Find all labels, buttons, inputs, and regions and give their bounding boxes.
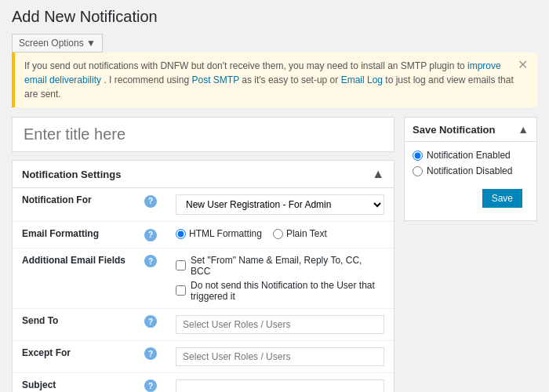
info-cell: ? bbox=[135, 248, 166, 308]
notice-text-after: as it's easy to set-up or bbox=[242, 74, 340, 85]
info-cell: ? bbox=[135, 188, 166, 222]
radio-enabled-input[interactable] bbox=[413, 151, 423, 161]
label-email-formatting: Email Formatting bbox=[13, 222, 135, 249]
value-additional-fields: Set "From" Name & Email, Reply To, CC, B… bbox=[166, 248, 394, 308]
info-cell: ? bbox=[135, 372, 166, 392]
value-except-for bbox=[166, 340, 394, 372]
radio-plain-input[interactable] bbox=[273, 229, 283, 239]
info-icon-send-to[interactable]: ? bbox=[144, 315, 157, 328]
info-icon-subject[interactable]: ? bbox=[144, 379, 157, 392]
notice-link-postsmtp[interactable]: Post SMTP bbox=[191, 74, 238, 85]
radio-disabled-input[interactable] bbox=[413, 166, 423, 176]
notice-close-icon[interactable]: ✕ bbox=[518, 59, 528, 71]
info-cell: ? bbox=[135, 308, 166, 340]
save-button[interactable]: Save bbox=[482, 189, 522, 208]
value-notification-for: New User Registration - For Admin New Us… bbox=[166, 188, 394, 222]
table-row: Send To ? bbox=[13, 308, 394, 340]
value-subject bbox=[166, 372, 394, 392]
checkbox-from-name-input[interactable] bbox=[176, 260, 186, 270]
radio-notification-enabled[interactable]: Notification Enabled bbox=[413, 150, 529, 161]
settings-table: Notification For ? New User Registration… bbox=[13, 188, 394, 392]
table-row: Additional Email Fields ? Set "From" Nam… bbox=[13, 248, 394, 308]
label-send-to: Send To bbox=[13, 308, 135, 340]
table-row: Email Formatting ? HTML Formatting bbox=[13, 222, 394, 249]
checkbox-do-not-send-input[interactable] bbox=[176, 285, 186, 296]
table-row: Subject ? bbox=[13, 372, 394, 392]
info-icon-additional-fields[interactable]: ? bbox=[144, 255, 157, 267]
notification-title-input[interactable] bbox=[12, 117, 394, 152]
value-email-formatting: HTML Formatting Plain Text bbox=[166, 222, 394, 249]
radio-enabled-label: Notification Enabled bbox=[427, 150, 511, 161]
checkbox-do-not-send: Do not send this Notification to the Use… bbox=[176, 280, 384, 302]
value-send-to bbox=[166, 308, 394, 340]
save-notification-box: Save Notification ▲ Notification Enabled… bbox=[404, 117, 537, 221]
content-area: Notification Settings ▲ Notification For… bbox=[12, 117, 394, 392]
label-notification-for: Notification For bbox=[13, 188, 135, 222]
sidebar-content: Notification Enabled Notification Disabl… bbox=[405, 142, 536, 220]
page-title: Add New Notification bbox=[12, 8, 537, 26]
label-subject: Subject bbox=[13, 372, 135, 392]
label-additional-fields: Additional Email Fields bbox=[13, 248, 135, 308]
settings-box: Notification Settings ▲ Notification For… bbox=[12, 160, 394, 392]
settings-header-label: Notification Settings bbox=[22, 169, 121, 180]
save-area: Save bbox=[413, 184, 529, 212]
notice-link-emaillog[interactable]: Email Log bbox=[341, 74, 383, 85]
notification-status-radio-group: Notification Enabled Notification Disabl… bbox=[413, 150, 529, 176]
sidebar-save-header-label: Save Notification bbox=[413, 124, 495, 136]
radio-plain-text[interactable]: Plain Text bbox=[273, 228, 327, 239]
subject-input[interactable] bbox=[176, 379, 384, 393]
label-except-for: Except For bbox=[13, 340, 135, 372]
radio-notification-disabled[interactable]: Notification Disabled bbox=[413, 165, 529, 176]
info-icon-except-for[interactable]: ? bbox=[144, 347, 157, 360]
sidebar-toggle-icon[interactable]: ▲ bbox=[518, 123, 529, 136]
radio-html-label: HTML Formatting bbox=[189, 228, 262, 239]
send-to-input[interactable] bbox=[176, 315, 384, 334]
info-cell: ? bbox=[135, 340, 166, 372]
table-row: Notification For ? New User Registration… bbox=[13, 188, 394, 222]
checkbox-from-name-label: Set "From" Name & Email, Reply To, CC, B… bbox=[191, 255, 384, 277]
notification-for-select[interactable]: New User Registration - For Admin New Us… bbox=[176, 194, 384, 215]
info-icon-email-formatting[interactable]: ? bbox=[144, 229, 157, 241]
radio-html-input[interactable] bbox=[176, 229, 186, 239]
radio-disabled-label: Notification Disabled bbox=[427, 165, 512, 176]
checkbox-from-name: Set "From" Name & Email, Reply To, CC, B… bbox=[176, 255, 384, 277]
notice-bar: ✕ If you send out notifications with DNF… bbox=[12, 53, 537, 107]
except-for-input[interactable] bbox=[176, 347, 384, 366]
checkbox-do-not-send-label: Do not send this Notification to the Use… bbox=[191, 280, 384, 302]
sidebar-save-header: Save Notification ▲ bbox=[405, 118, 536, 142]
radio-html-formatting[interactable]: HTML Formatting bbox=[176, 228, 262, 239]
screen-options-button[interactable]: Screen Options ▼ bbox=[12, 34, 103, 53]
info-icon-notification-for[interactable]: ? bbox=[144, 195, 157, 208]
settings-toggle-icon[interactable]: ▲ bbox=[372, 167, 384, 181]
sidebar: Save Notification ▲ Notification Enabled… bbox=[404, 117, 537, 229]
table-row: Except For ? bbox=[13, 340, 394, 372]
info-cell: ? bbox=[135, 222, 166, 249]
notice-text-middle: . I recommend using bbox=[104, 74, 191, 85]
notice-text-before: If you send out notifications with DNFW … bbox=[24, 60, 467, 71]
settings-header: Notification Settings ▲ bbox=[13, 161, 394, 188]
email-formatting-radio-group: HTML Formatting Plain Text bbox=[176, 228, 384, 239]
radio-plain-label: Plain Text bbox=[286, 228, 327, 239]
